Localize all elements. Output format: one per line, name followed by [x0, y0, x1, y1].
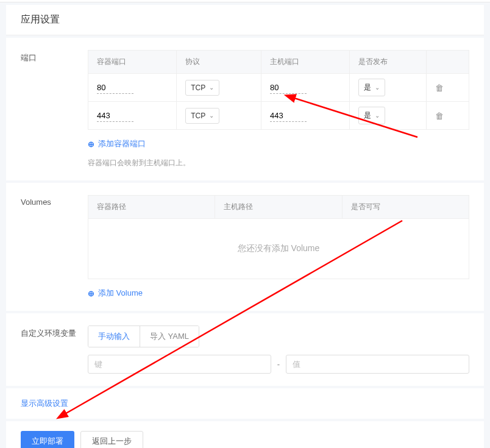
- publish-select[interactable]: 是 ⌄: [358, 107, 385, 124]
- env-value-input[interactable]: [286, 355, 469, 374]
- plus-icon: ⊕: [88, 289, 94, 298]
- footer: 立即部署 返回上一步: [6, 421, 484, 448]
- env-tabs: 手动输入 导入 YAML: [88, 325, 199, 347]
- volumes-table: 容器路径 主机路径 是否可写: [88, 195, 469, 219]
- trash-icon[interactable]: 🗑: [435, 83, 444, 93]
- add-port-button[interactable]: ⊕ 添加容器端口: [88, 138, 146, 149]
- dash-separator: -: [277, 360, 280, 369]
- plus-icon: ⊕: [88, 140, 94, 149]
- tab-import-yaml[interactable]: 导入 YAML: [140, 326, 199, 347]
- env-card: 自定义环境变量 手动输入 导入 YAML -: [6, 313, 484, 386]
- ports-header-container: 容器端口: [88, 51, 177, 74]
- ports-header-publish: 是否发布: [350, 51, 427, 74]
- protocol-select[interactable]: TCP ⌄: [185, 80, 219, 96]
- deploy-button[interactable]: 立即部署: [21, 431, 74, 448]
- protocol-select[interactable]: TCP ⌄: [185, 108, 219, 124]
- volumes-card: Volumes 容器路径 主机路径 是否可写 您还没有添加 Volume: [6, 183, 484, 311]
- ports-header-protocol: 协议: [177, 51, 261, 74]
- volumes-header-writable: 是否可写: [342, 196, 469, 219]
- ports-card: 端口 容器端口 协议 主机端口 是否发布: [6, 38, 484, 180]
- volumes-header-host: 主机路径: [215, 196, 342, 219]
- publish-select[interactable]: 是 ⌄: [358, 79, 385, 96]
- env-label: 自定义环境变量: [21, 325, 88, 339]
- add-volume-button[interactable]: ⊕ 添加 Volume: [88, 288, 143, 299]
- tab-manual-input[interactable]: 手动输入: [88, 326, 140, 347]
- section-title: 应用设置: [6, 5, 484, 35]
- container-port-input[interactable]: [97, 110, 133, 122]
- trash-icon[interactable]: 🗑: [435, 111, 444, 121]
- container-port-input[interactable]: [97, 82, 133, 94]
- show-advanced-link[interactable]: 显示高级设置: [21, 399, 68, 408]
- port-row: TCP ⌄ 是 ⌄: [88, 102, 469, 130]
- volumes-empty-text: 您还没有添加 Volume: [88, 219, 469, 279]
- host-port-input[interactable]: [270, 110, 307, 122]
- ports-hint: 容器端口会映射到主机端口上。: [88, 158, 469, 168]
- chevron-down-icon: ⌄: [375, 84, 380, 91]
- advanced-row: 显示高级设置: [6, 388, 484, 419]
- port-row: TCP ⌄ 是 ⌄: [88, 74, 469, 102]
- env-key-input[interactable]: [88, 355, 271, 374]
- ports-label: 端口: [21, 50, 88, 63]
- chevron-down-icon: ⌄: [209, 112, 214, 119]
- chevron-down-icon: ⌄: [209, 84, 214, 91]
- ports-header-host: 主机端口: [261, 51, 349, 74]
- host-port-input[interactable]: [270, 82, 307, 94]
- volumes-header-container: 容器路径: [88, 196, 215, 219]
- back-button[interactable]: 返回上一步: [80, 431, 143, 448]
- chevron-down-icon: ⌄: [375, 112, 380, 119]
- volumes-label: Volumes: [21, 195, 88, 207]
- ports-table: 容器端口 协议 主机端口 是否发布: [88, 50, 469, 130]
